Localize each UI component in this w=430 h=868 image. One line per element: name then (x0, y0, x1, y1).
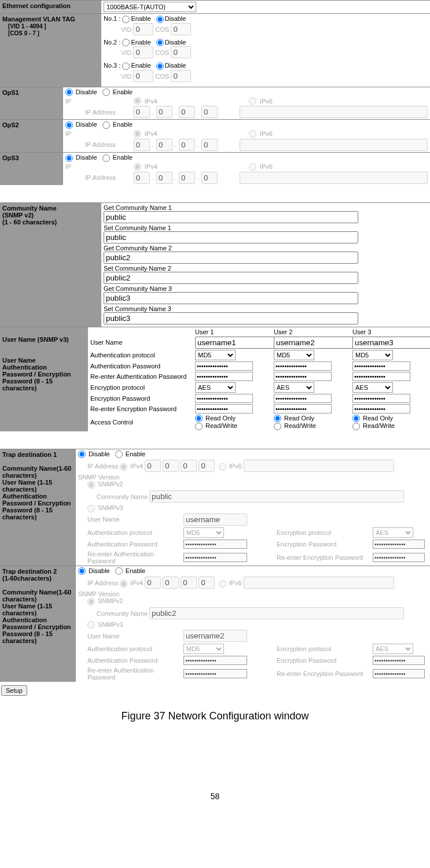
ops1-ipv4-radio[interactable] (134, 97, 141, 105)
trap1-username-input[interactable] (183, 514, 247, 526)
user2-reauthpw-input[interactable] (274, 372, 332, 381)
trap2-enc-select[interactable]: AES (373, 644, 413, 654)
ops2-oct3[interactable] (179, 139, 195, 151)
trap2-oct1[interactable] (145, 577, 161, 589)
comm-input-1[interactable] (104, 231, 358, 243)
user3-reauthpw-input[interactable] (352, 372, 410, 381)
trap2-ipv6-input[interactable] (244, 577, 394, 589)
trap1-disable-radio[interactable] (78, 450, 86, 458)
ops3-enable-radio[interactable] (102, 154, 110, 162)
ops3-oct2[interactable] (156, 172, 172, 184)
vlan2-disable-radio[interactable] (156, 39, 164, 46)
vlan2-enable-radio[interactable] (122, 39, 130, 46)
user3-readonly-radio[interactable] (352, 415, 360, 422)
user2-encpw-input[interactable] (274, 394, 332, 403)
trap1-authpw-input[interactable] (183, 540, 247, 549)
trap1-ipv6-input[interactable] (244, 460, 394, 472)
user2-auth-select[interactable]: MD5 (274, 350, 314, 360)
user2-reencpw-input[interactable] (274, 404, 332, 413)
ops2-disable-radio[interactable] (65, 121, 73, 129)
comm-input-3[interactable] (104, 272, 358, 284)
trap1-encpw-input[interactable] (373, 540, 425, 549)
trap1-ipv4-radio[interactable] (120, 463, 127, 471)
ethernet-select[interactable]: 1000BASE-T(AUTO) (104, 2, 196, 12)
ops3-disable-radio[interactable] (65, 154, 73, 162)
trap1-enable-radio[interactable] (115, 450, 123, 458)
user1-reauthpw-input[interactable] (195, 372, 253, 381)
ops1-disable-radio[interactable] (65, 88, 73, 96)
comm-input-4[interactable] (104, 292, 358, 304)
user2-enc-select[interactable]: AES (274, 382, 314, 393)
ops2-oct1[interactable] (134, 139, 150, 151)
ops3-oct1[interactable] (134, 172, 150, 184)
trap1-oct3[interactable] (181, 460, 197, 472)
ops1-oct4[interactable] (201, 106, 218, 118)
ops3-ipv6-input[interactable] (240, 172, 428, 184)
ops2-oct2[interactable] (156, 139, 172, 151)
trap1-snmpv2-radio[interactable] (87, 481, 95, 489)
ops1-oct1[interactable] (134, 106, 150, 118)
user2-name-input[interactable] (274, 337, 361, 349)
vlan2-vid-input[interactable] (133, 46, 153, 58)
trap1-enc-select[interactable]: AES (373, 527, 413, 538)
trap1-auth-select[interactable]: MD5 (183, 527, 224, 538)
vlan1-cos-input[interactable] (171, 23, 191, 35)
vlan3-cos-input[interactable] (171, 70, 191, 82)
vlan1-vid-input[interactable] (133, 23, 153, 35)
user1-authpw-input[interactable] (195, 361, 253, 371)
user2-readonly-radio[interactable] (274, 415, 281, 422)
ops2-oct4[interactable] (201, 139, 218, 151)
vlan3-disable-radio[interactable] (156, 62, 164, 70)
ops2-ipv4-radio[interactable] (134, 130, 141, 138)
user2-readwrite-radio[interactable] (274, 423, 281, 430)
user1-name-input[interactable] (195, 337, 282, 349)
user3-readwrite-radio[interactable] (352, 423, 360, 430)
trap1-community-input[interactable] (149, 490, 404, 503)
trap1-ipv6-radio[interactable] (219, 463, 226, 471)
trap2-oct2[interactable] (163, 577, 179, 589)
trap2-disable-radio[interactable] (78, 567, 86, 575)
comm-input-0[interactable] (104, 211, 358, 223)
user3-reencpw-input[interactable] (352, 404, 410, 413)
ops1-ipv6-input[interactable] (240, 106, 428, 118)
user3-encpw-input[interactable] (352, 394, 410, 403)
ops3-oct4[interactable] (201, 172, 218, 184)
user2-authpw-input[interactable] (274, 361, 332, 371)
ops2-enable-radio[interactable] (102, 121, 110, 129)
user1-readwrite-radio[interactable] (195, 423, 203, 430)
trap1-oct1[interactable] (145, 460, 161, 472)
user1-encpw-input[interactable] (195, 394, 253, 403)
vlan2-cos-input[interactable] (171, 46, 191, 58)
ops1-oct3[interactable] (179, 106, 195, 118)
trap2-encpw-input[interactable] (373, 656, 425, 665)
user3-enc-select[interactable]: AES (352, 382, 393, 393)
trap2-ipv4-radio[interactable] (120, 580, 127, 588)
ops1-enable-radio[interactable] (102, 88, 110, 96)
trap2-oct3[interactable] (181, 577, 197, 589)
ops2-ipv6-input[interactable] (240, 139, 428, 151)
trap1-oct4[interactable] (199, 460, 215, 472)
ops1-ipv6-radio[interactable] (249, 97, 256, 105)
vlan3-vid-input[interactable] (133, 70, 153, 82)
user3-name-input[interactable] (352, 337, 430, 349)
trap2-ipv6-radio[interactable] (219, 580, 226, 588)
ops3-ipv4-radio[interactable] (134, 163, 141, 171)
trap2-oct4[interactable] (199, 577, 215, 589)
trap2-username-input[interactable] (183, 630, 247, 642)
trap2-authpw-input[interactable] (183, 656, 247, 665)
trap1-reencpw-input[interactable] (373, 553, 425, 562)
trap2-auth-select[interactable]: MD5 (183, 644, 224, 654)
trap2-reencpw-input[interactable] (373, 669, 425, 678)
trap2-reauthpw-input[interactable] (183, 669, 247, 678)
trap2-enable-radio[interactable] (115, 567, 123, 575)
ops3-oct3[interactable] (179, 172, 195, 184)
user1-reencpw-input[interactable] (195, 404, 253, 413)
vlan3-enable-radio[interactable] (122, 62, 130, 70)
trap1-oct2[interactable] (163, 460, 179, 472)
trap1-snmpv3-radio[interactable] (87, 505, 95, 512)
setup-button[interactable]: Setup (1, 685, 27, 696)
comm-input-5[interactable] (104, 312, 358, 324)
trap2-snmpv3-radio[interactable] (87, 621, 95, 629)
trap1-reauthpw-input[interactable] (183, 553, 247, 562)
user3-authpw-input[interactable] (352, 361, 410, 371)
